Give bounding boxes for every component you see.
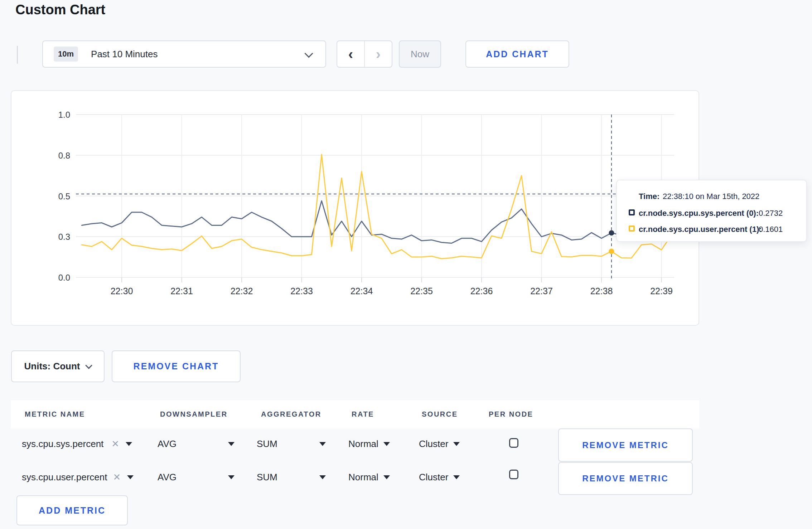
col-header-rate: RATE — [352, 410, 374, 418]
clear-metric-icon[interactable]: ✕ — [111, 438, 119, 450]
add-metric-label: ADD METRIC — [39, 505, 106, 516]
now-button[interactable]: Now — [399, 40, 441, 68]
caret-down-icon — [383, 475, 390, 479]
time-range-badge: 10m — [54, 47, 78, 62]
per-node-checkbox[interactable] — [509, 470, 518, 479]
per-node-checkbox[interactable] — [509, 438, 518, 448]
source-value: Cluster — [419, 472, 448, 483]
metric-name-value: sys.cpu.user.percent — [22, 472, 107, 483]
custom-chart-page: { "page": { "title": "Custom Chart" }, "… — [0, 0, 812, 529]
tooltip-series-value: 0.1601 — [759, 225, 783, 234]
downsampler-select[interactable]: AVG — [158, 472, 235, 483]
source-select[interactable]: Cluster — [419, 438, 460, 450]
col-header-downsampler: DOWNSAMPLER — [160, 410, 228, 418]
aggregator-select[interactable]: SUM — [257, 438, 326, 450]
remove-metric-label: REMOVE METRIC — [582, 440, 669, 450]
col-header-per-node: PER NODE — [489, 410, 533, 418]
time-range-label: Past 10 Minutes — [91, 49, 158, 60]
chart-card — [11, 90, 699, 326]
series-swatch-sys — [629, 209, 635, 215]
tooltip-series-label: cr.node.sys.cpu.sys.percent (0): — [639, 209, 759, 218]
downsampler-select[interactable]: AVG — [158, 438, 235, 450]
source-value: Cluster — [419, 438, 448, 450]
tooltip-time-value: 22:38:10 on Mar 15th, 2022 — [663, 192, 759, 201]
metric-name-value: sys.cpu.sys.percent — [22, 438, 103, 450]
remove-metric-button[interactable]: REMOVE METRIC — [558, 462, 693, 495]
downsampler-value: AVG — [158, 438, 177, 450]
page-title: Custom Chart — [15, 2, 105, 18]
col-header-metric-name: METRIC NAME — [25, 410, 85, 418]
caret-down-icon — [383, 442, 390, 446]
metric-row: sys.cpu.sys.percent ✕ AVG SUM Normal Clu… — [0, 428, 812, 462]
remove-metric-button[interactable]: REMOVE METRIC — [558, 428, 693, 462]
col-header-aggregator: AGGREGATOR — [261, 410, 322, 418]
aggregator-value: SUM — [257, 472, 277, 483]
caret-down-icon — [126, 442, 132, 446]
remove-chart-button[interactable]: REMOVE CHART — [112, 350, 241, 382]
metric-row: sys.cpu.user.percent ✕ AVG SUM Normal Cl… — [0, 462, 812, 495]
source-select[interactable]: Cluster — [419, 472, 460, 483]
col-header-source: SOURCE — [422, 410, 458, 418]
rate-value: Normal — [348, 438, 378, 450]
tooltip-time-label: Time: — [639, 192, 659, 201]
chevron-left-icon: ‹ — [348, 47, 353, 61]
caret-down-icon — [319, 475, 326, 479]
metric-name-select[interactable]: sys.cpu.sys.percent ✕ — [22, 438, 132, 450]
units-select[interactable]: Units: Count — [11, 350, 105, 382]
add-metric-button[interactable]: ADD METRIC — [16, 495, 128, 525]
add-chart-button[interactable]: ADD CHART — [465, 40, 569, 68]
rate-value: Normal — [348, 472, 378, 483]
time-step-group: ‹ › — [337, 40, 392, 68]
caret-down-icon — [453, 475, 460, 479]
chevron-right-icon: › — [376, 47, 381, 61]
series-swatch-user — [629, 225, 635, 232]
now-button-label: Now — [411, 49, 429, 60]
metrics-table-header: METRIC NAME DOWNSAMPLER AGGREGATOR RATE … — [11, 400, 699, 428]
aggregator-value: SUM — [257, 438, 277, 450]
time-range-selector[interactable]: 10m Past 10 Minutes — [42, 40, 326, 68]
aggregator-select[interactable]: SUM — [257, 472, 326, 483]
rate-select[interactable]: Normal — [348, 438, 390, 450]
tooltip-series-value: 0.2732 — [759, 209, 783, 218]
caret-down-icon — [228, 442, 235, 446]
downsampler-value: AVG — [158, 472, 177, 483]
chart-hover-tooltip: Time: 22:38:10 on Mar 15th, 2022 cr.node… — [616, 180, 807, 242]
caret-down-icon — [319, 442, 326, 446]
chevron-down-icon — [86, 362, 93, 369]
units-select-label: Units: Count — [24, 361, 80, 372]
caret-down-icon — [228, 475, 235, 479]
metric-name-select[interactable]: sys.cpu.user.percent ✕ — [22, 472, 134, 483]
toolbar-divider — [17, 46, 18, 64]
tooltip-series-label: cr.node.sys.cpu.user.percent (1): — [639, 225, 762, 234]
prev-range-button[interactable]: ‹ — [337, 41, 364, 67]
remove-metric-label: REMOVE METRIC — [582, 474, 669, 484]
next-range-button[interactable]: › — [364, 41, 392, 67]
chevron-down-icon — [304, 49, 313, 58]
rate-select[interactable]: Normal — [348, 472, 390, 483]
caret-down-icon — [453, 442, 460, 446]
clear-metric-icon[interactable]: ✕ — [113, 472, 121, 483]
add-chart-label: ADD CHART — [486, 49, 549, 59]
remove-chart-label: REMOVE CHART — [134, 361, 219, 372]
caret-down-icon — [127, 475, 134, 479]
